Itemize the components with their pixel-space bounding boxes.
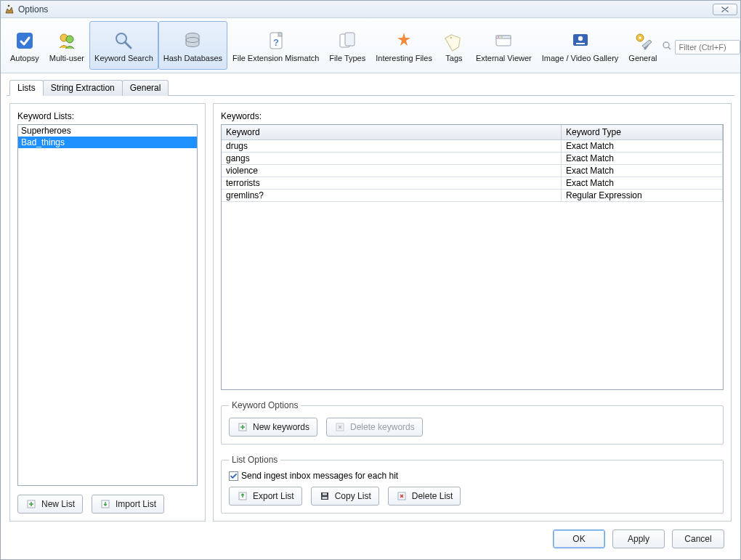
cancel-button[interactable]: Cancel [672, 529, 724, 548]
toolbar-item-external-viewer[interactable]: External Viewer [471, 21, 537, 70]
tab-general[interactable]: General [122, 80, 169, 96]
copy-list-button[interactable]: Copy List [311, 487, 379, 506]
button-label: OK [572, 534, 585, 544]
table-body: drugsExact MatchgangsExact Matchviolence… [222, 140, 723, 389]
svg-rect-1 [17, 33, 33, 49]
svg-point-24 [663, 42, 669, 48]
delete-icon [334, 421, 346, 433]
cell-type: Regular Expression [562, 190, 723, 201]
toolbar-label: Tags [445, 54, 462, 62]
toolbar-item-tags[interactable]: Tags [437, 21, 471, 70]
panels: Keyword Lists: Superheroes Bad_things Ne… [7, 96, 734, 524]
toolbar-label: Multi-user [49, 54, 84, 62]
svg-text:?: ? [273, 37, 279, 48]
svg-line-5 [125, 42, 131, 48]
toolbar-item-file-types[interactable]: File Types [324, 21, 370, 70]
table-row[interactable]: terroristsExact Match [222, 177, 723, 190]
svg-point-13 [450, 36, 453, 38]
delete-keywords-button: Delete keywords [326, 418, 423, 437]
list-item[interactable]: Superheroes [18, 125, 197, 137]
ok-button[interactable]: OK [553, 529, 605, 548]
svg-rect-32 [323, 493, 327, 495]
toolbar-item-hash-databases[interactable]: Hash Databases [158, 21, 227, 70]
column-header-keyword[interactable]: Keyword [222, 125, 562, 139]
cell-keyword: violence [222, 165, 562, 176]
keywords-panel: Keywords: Keyword Keyword Type drugsExac… [213, 103, 732, 522]
delete-list-icon [396, 490, 408, 502]
titlebar: Options [1, 1, 740, 18]
svg-point-20 [578, 36, 582, 40]
new-keywords-button[interactable]: New keywords [229, 418, 317, 437]
table-header-row: Keyword Keyword Type [222, 125, 723, 140]
list-options-group: List Options Send ingest inbox messages … [221, 455, 724, 514]
svg-line-25 [668, 47, 671, 49]
filter-wrap [662, 21, 741, 70]
delete-list-button[interactable]: Delete List [388, 487, 461, 506]
list-item[interactable]: Bad_things [18, 137, 197, 148]
toolbar-label: File Types [329, 54, 365, 62]
toolbar-item-keyword-search[interactable]: Keyword Search [89, 21, 158, 70]
toolbar-label: Hash Databases [163, 54, 222, 62]
button-label: Delete List [412, 491, 453, 501]
svg-point-0 [8, 4, 10, 7]
close-icon [721, 6, 729, 13]
keywords-table[interactable]: Keyword Keyword Type drugsExact Matchgan… [221, 124, 724, 390]
body: Lists String Extraction General Keyword … [1, 73, 740, 559]
cell-keyword: gangs [222, 153, 562, 164]
svg-point-16 [498, 36, 500, 38]
file-question-icon: ? [264, 29, 288, 52]
table-row[interactable]: gremlins?Regular Expression [222, 190, 723, 202]
toolbar-item-interesting-files[interactable]: Interesting Files [370, 21, 437, 70]
table-row[interactable]: violenceExact Match [222, 165, 723, 177]
filter-input[interactable] [675, 40, 740, 54]
file-types-icon [336, 29, 359, 52]
button-label: Cancel [684, 534, 711, 544]
button-label: Delete keywords [350, 422, 415, 432]
new-list-button[interactable]: New List [17, 495, 83, 514]
keyword-lists-listbox[interactable]: Superheroes Bad_things [17, 124, 198, 486]
tab-string-extraction[interactable]: String Extraction [43, 80, 123, 96]
close-button[interactable] [713, 4, 737, 15]
toolbar-label: Keyword Search [94, 54, 153, 62]
send-inbox-label: Send ingest inbox messages for each hit [241, 471, 398, 481]
filter-search-icon [662, 41, 672, 53]
list-options-legend: List Options [229, 455, 280, 465]
export-list-button[interactable]: Export List [229, 487, 302, 506]
app-icon [4, 4, 15, 15]
apply-button[interactable]: Apply [612, 529, 665, 548]
svg-rect-12 [345, 33, 355, 46]
table-row[interactable]: drugsExact Match [222, 140, 723, 153]
send-inbox-checkbox[interactable] [229, 471, 238, 481]
svg-point-3 [66, 36, 73, 43]
toolbar-label: General [628, 54, 657, 62]
tab-lists[interactable]: Lists [9, 80, 44, 96]
cell-type: Exact Match [562, 177, 723, 189]
toolbar-item-multi-user[interactable]: Multi-user [44, 21, 89, 70]
save-disk-icon [319, 490, 331, 502]
import-list-button[interactable]: Import List [92, 495, 164, 514]
button-label: Import List [116, 499, 156, 509]
toolbar-item-general[interactable]: General [623, 21, 662, 70]
toolbar-item-file-ext-mismatch[interactable]: ? File Extension Mismatch [227, 21, 324, 70]
search-icon [112, 29, 135, 52]
column-header-type[interactable]: Keyword Type [562, 125, 723, 139]
toolbar-label: Image / Video Gallery [542, 54, 619, 62]
keyword-lists-panel: Keyword Lists: Superheroes Bad_things Ne… [9, 103, 206, 522]
cell-type: Exact Match [562, 140, 723, 152]
toolbar-label: Autopsy [10, 54, 39, 62]
new-list-icon [25, 498, 37, 510]
svg-rect-9 [278, 33, 282, 36]
svg-rect-33 [322, 497, 327, 499]
toolbar-label: Interesting Files [376, 54, 432, 62]
keywords-label: Keywords: [221, 111, 724, 121]
cell-keyword: gremlins? [222, 190, 562, 201]
cell-type: Exact Match [562, 153, 723, 164]
toolbar-item-autopsy[interactable]: Autopsy [5, 21, 44, 70]
table-row[interactable]: gangsExact Match [222, 153, 723, 165]
button-label: Copy List [335, 491, 371, 501]
toolbar-item-image-video-gallery[interactable]: Image / Video Gallery [537, 21, 624, 70]
cell-keyword: drugs [222, 140, 562, 152]
keyword-options-legend: Keyword Options [229, 400, 301, 410]
multi-user-icon [55, 29, 78, 52]
svg-point-23 [639, 36, 641, 38]
